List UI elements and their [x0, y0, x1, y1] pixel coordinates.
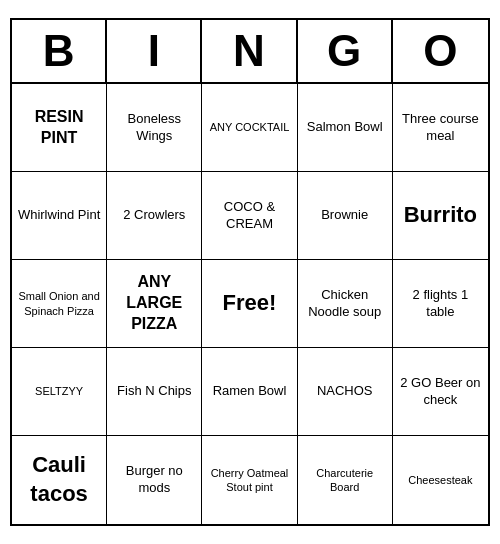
bingo-cell: Cheesesteak [393, 436, 488, 524]
bingo-cell: Whirlwind Pint [12, 172, 107, 260]
bingo-letter: G [298, 20, 393, 82]
bingo-cell: Free! [202, 260, 297, 348]
bingo-cell: ANY COCKTAIL [202, 84, 297, 172]
bingo-cell: Fish N Chips [107, 348, 202, 436]
bingo-letter: N [202, 20, 297, 82]
bingo-cell: 2 Crowlers [107, 172, 202, 260]
bingo-header: BINGO [12, 20, 488, 84]
bingo-cell: Small Onion and Spinach Pizza [12, 260, 107, 348]
bingo-cell: Boneless Wings [107, 84, 202, 172]
bingo-cell: Cauli tacos [12, 436, 107, 524]
bingo-cell: Salmon Bowl [298, 84, 393, 172]
bingo-cell: ANY LARGE PIZZA [107, 260, 202, 348]
bingo-cell: Charcuterie Board [298, 436, 393, 524]
bingo-letter: B [12, 20, 107, 82]
bingo-cell: Chicken Noodle soup [298, 260, 393, 348]
bingo-cell: Brownie [298, 172, 393, 260]
bingo-grid: RESIN PINTBoneless WingsANY COCKTAILSalm… [12, 84, 488, 524]
bingo-card: BINGO RESIN PINTBoneless WingsANY COCKTA… [10, 18, 490, 526]
bingo-cell: COCO & CREAM [202, 172, 297, 260]
bingo-cell: Cherry Oatmeal Stout pint [202, 436, 297, 524]
bingo-cell: Ramen Bowl [202, 348, 297, 436]
bingo-letter: O [393, 20, 488, 82]
bingo-cell: RESIN PINT [12, 84, 107, 172]
bingo-letter: I [107, 20, 202, 82]
bingo-cell: SELTZYY [12, 348, 107, 436]
bingo-cell: 2 GO Beer on check [393, 348, 488, 436]
bingo-cell: Burrito [393, 172, 488, 260]
bingo-cell: Burger no mods [107, 436, 202, 524]
bingo-cell: Three course meal [393, 84, 488, 172]
bingo-cell: NACHOS [298, 348, 393, 436]
bingo-cell: 2 flights 1 table [393, 260, 488, 348]
